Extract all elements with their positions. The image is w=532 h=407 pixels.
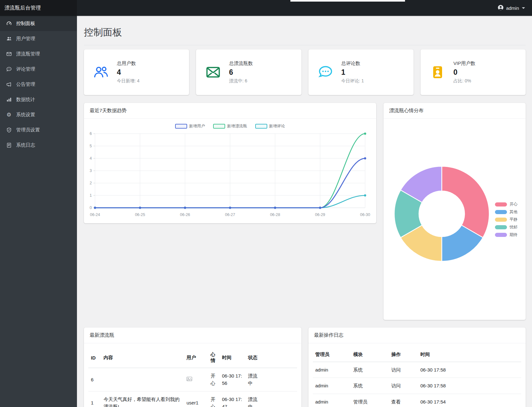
legend-item-忧郁[interactable]: 忧郁	[495, 225, 517, 230]
column-header: 心情	[208, 343, 219, 368]
legend-label: 开心	[510, 202, 517, 207]
mood-chart-title: 漂流瓶心情分布	[383, 103, 526, 119]
stat-value: 4	[117, 68, 140, 77]
column-header: 时间	[219, 343, 245, 368]
legend-label: 平静	[510, 217, 517, 222]
table-cell: 06-30 17:54	[418, 394, 522, 407]
svg-text:06-25: 06-25	[135, 213, 145, 217]
sidebar-item-logs[interactable]: 系统日志	[0, 137, 77, 153]
sidebar-item-bottles[interactable]: 漂流瓶管理	[0, 46, 77, 61]
stat-sub: 今日评论: 1	[341, 78, 364, 84]
sidebar-item-statistics[interactable]: 数据统计	[0, 92, 77, 107]
legend-item-其他[interactable]: 其他	[495, 209, 517, 215]
sidebar-item-announcements[interactable]: 公告管理	[0, 77, 77, 92]
stat-label: 总用户数	[117, 60, 140, 67]
svg-text:06-28: 06-28	[270, 213, 280, 217]
sidebar-item-comments[interactable]: 评论管理	[0, 61, 77, 77]
latest-bottles-title: 最新漂流瓶	[84, 328, 301, 343]
table-cell: 今天天气真好，希望能有人看到我的漂流瓶!	[101, 391, 184, 407]
latest-bottles-card: 最新漂流瓶 ID内容用户心情时间状态 6 开心06-30 17:56漂流中1今天…	[84, 328, 301, 407]
table-cell: 管理员	[351, 394, 389, 407]
table-cell: 系统	[351, 378, 389, 394]
mood-chart-legend: 开心其他平静忧郁期待	[495, 202, 517, 238]
svg-text:06-30: 06-30	[360, 213, 370, 217]
mood-chart-card: 漂流瓶心情分布 开心其他平静忧郁期待	[383, 103, 526, 320]
legend-item-new-bottles[interactable]: 新增漂流瓶	[213, 124, 247, 129]
stat-sub: 占比: 0%	[453, 78, 475, 84]
title-divider	[84, 45, 526, 45]
users-icon	[93, 65, 109, 80]
user-menu[interactable]: admin	[491, 0, 532, 16]
stat-card-total-comments: 总评论数 1 今日评论: 1	[308, 49, 414, 95]
svg-text:3: 3	[90, 169, 92, 173]
svg-text:06-24: 06-24	[90, 213, 100, 217]
table-cell	[101, 368, 184, 391]
table-cell	[184, 368, 208, 391]
table-cell	[261, 368, 297, 391]
stat-label: 总漂流瓶数	[229, 60, 253, 67]
stat-card-total-users: 总用户数 4 今日新增: 4	[84, 49, 189, 95]
legend-item-new-comments[interactable]: 新增评论	[255, 124, 285, 129]
latest-logs-table: 管理员模块操作时间 admin系统访问06-30 17:58admin系统访问0…	[313, 343, 522, 407]
legend-item-平静[interactable]: 平静	[495, 217, 517, 222]
legend-swatch	[495, 218, 507, 222]
legend-swatch	[213, 124, 225, 129]
table-cell: admin	[313, 378, 351, 394]
sidebar-item-admins[interactable]: 管理员设置	[0, 122, 77, 137]
table-row: 6 开心06-30 17:56漂流中	[88, 368, 297, 391]
table-cell: 06-30 17:47	[219, 391, 245, 407]
shield-icon	[5, 127, 12, 133]
users-icon	[5, 36, 12, 41]
envelope-icon	[5, 51, 12, 57]
sidebar-item-dashboard[interactable]: 控制面板	[0, 16, 77, 31]
sidebar-item-settings[interactable]: ⚙ 系统设置	[0, 107, 77, 122]
user-avatar-icon	[497, 4, 504, 12]
journal-icon	[5, 143, 12, 148]
table-cell: admin	[313, 394, 351, 407]
page-title: 控制面板	[84, 26, 122, 39]
column-header: ID	[88, 343, 101, 368]
svg-text:06-27: 06-27	[225, 213, 235, 217]
table-cell: 访问	[389, 362, 418, 378]
envelope-icon	[206, 65, 221, 80]
column-header: 用户	[184, 343, 208, 368]
legend-item-new-users[interactable]: 新增用户	[175, 124, 205, 129]
stat-card-vip-users: VIP用户数 0 占比: 0%	[421, 49, 526, 95]
svg-text:5: 5	[90, 144, 92, 148]
top-navbar: 漂流瓶后台管理 admin	[0, 0, 532, 16]
legend-item-期待[interactable]: 期待	[495, 232, 517, 238]
chat-icon	[318, 65, 333, 80]
table-cell: 6	[88, 368, 101, 391]
charts-row: 最近7天数据趋势 新增用户 新增漂流瓶 新增评论 012345606-2406-…	[84, 103, 526, 320]
trend-chart-card: 最近7天数据趋势 新增用户 新增漂流瓶 新增评论 012345606-2406-…	[84, 103, 376, 223]
svg-text:06-29: 06-29	[315, 213, 325, 217]
stat-sub: 今日新增: 4	[117, 78, 140, 84]
table-cell: 漂流中	[245, 391, 261, 407]
bar-chart-icon	[5, 97, 12, 102]
app-brand: 漂流瓶后台管理	[0, 0, 77, 16]
column-header: 时间	[418, 343, 522, 362]
browser-artifact-strip	[290, 0, 405, 2]
table-cell: user1	[184, 391, 208, 407]
legend-swatch	[495, 233, 507, 237]
legend-swatch	[495, 210, 507, 214]
stat-value: 1	[341, 68, 364, 77]
donut-slice[interactable]	[442, 166, 489, 238]
legend-swatch	[495, 225, 507, 229]
sidebar-item-users[interactable]: 用户管理	[0, 31, 77, 46]
stat-label: 总评论数	[341, 60, 364, 67]
legend-item-开心[interactable]: 开心	[495, 202, 517, 207]
legend-swatch	[255, 124, 267, 129]
table-cell: 06-30 17:58	[418, 362, 522, 378]
table-cell: 漂流中	[245, 368, 261, 391]
sidebar: 控制面板 用户管理 漂流瓶管理 评论管理 公告管理 数	[0, 16, 77, 407]
latest-bottles-table: ID内容用户心情时间状态 6 开心06-30 17:56漂流中1今天天气真好，希…	[88, 343, 297, 407]
stat-cards-row: 总用户数 4 今日新增: 4 总漂流瓶数 6 漂流中: 6	[84, 49, 526, 95]
table-cell: 1	[88, 391, 101, 407]
main-content: 控制面板 总用户数 4 今日新增: 4 总漂流瓶数	[77, 16, 532, 407]
legend-swatch	[495, 202, 507, 207]
column-header: 内容	[101, 343, 184, 368]
gear-icon: ⚙	[5, 112, 12, 118]
column-header: 模块	[351, 343, 389, 362]
trend-line-chart: 012345606-2406-2506-2606-2706-2806-2906-…	[84, 129, 376, 224]
